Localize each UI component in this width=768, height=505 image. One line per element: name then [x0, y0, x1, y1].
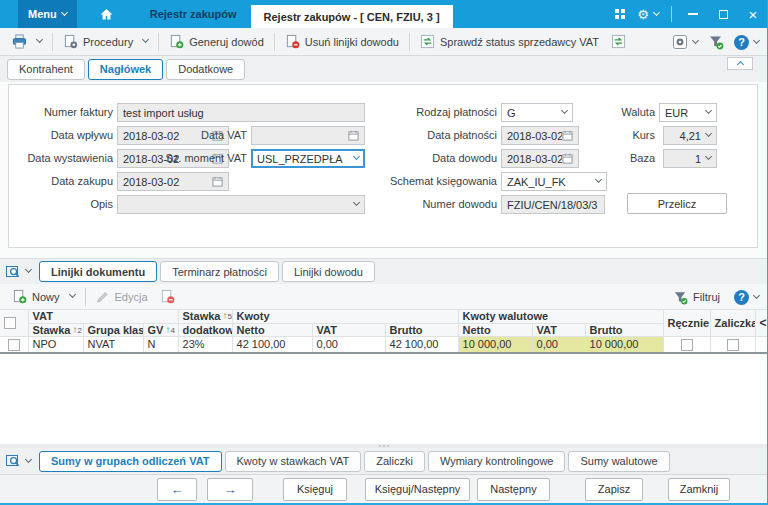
tab-kwoty-w-stawkach[interactable]: Kwoty w stawkach VAT — [225, 451, 362, 472]
ribbon-collapse-button[interactable] — [727, 57, 753, 70]
chevron-down-icon — [25, 266, 32, 273]
next-record-button[interactable]: → — [207, 478, 253, 501]
ksieguj-button[interactable]: Księguj — [283, 478, 347, 501]
tab-terminarz-platnosci[interactable]: Terminarz płatności — [160, 261, 279, 282]
zaliczka-checkbox[interactable] — [727, 339, 739, 351]
separator — [158, 33, 159, 51]
data-vat-label: Data VAT — [137, 126, 247, 145]
zapisz-button[interactable]: Zapisz — [585, 478, 643, 501]
col-stawka-dodatkowa-line2[interactable]: dodatkowa — [178, 323, 232, 336]
help-menu-button[interactable]: ? — [734, 35, 759, 50]
col-zaliczka[interactable]: Zaliczka — [710, 310, 755, 336]
przelicz-button[interactable]: Przelicz — [627, 193, 727, 214]
settings-menu-button[interactable]: ⚙ — [637, 8, 659, 21]
numer-faktury-input[interactable]: test import usług — [117, 103, 365, 122]
sprawdz-status-icon-button[interactable] — [605, 31, 632, 52]
cell-waluta-brutto: 10 000,00 — [585, 336, 663, 353]
col-grupa-klas[interactable]: Grupa klas↑3 — [83, 323, 143, 336]
window-controls: ⚙ × — [615, 0, 762, 28]
previous-record-button[interactable]: ← — [157, 478, 197, 501]
tab-sumy-walutowe[interactable]: Sumy walutowe — [568, 451, 669, 472]
cell-stawka-dodatkowa: 23% — [178, 336, 232, 353]
cell-stawka: NPO — [28, 336, 83, 353]
close-button[interactable]: × — [744, 5, 762, 23]
col-netto[interactable]: Netto — [232, 323, 312, 336]
grid-toolbar-right: Filtruj ? — [667, 284, 759, 310]
usun-linijke-button[interactable] — [154, 286, 181, 307]
chevron-down-icon — [705, 107, 712, 114]
row-checkbox[interactable] — [8, 339, 20, 351]
tab-naglowek[interactable]: Nagłówek — [88, 59, 163, 80]
maximize-button[interactable] — [714, 5, 732, 23]
toolbar-right-group: ? — [672, 28, 759, 56]
print-button[interactable] — [6, 31, 48, 52]
tab-dodatkowe[interactable]: Dodatkowe — [166, 59, 245, 80]
generuj-dowod-button[interactable]: Generuj dowód — [163, 31, 270, 52]
numer-dowodu-input[interactable]: FZIU/CEN/18/03/3 — [501, 195, 605, 214]
sprawdz-status-button[interactable]: Sprawdź status sprzedawcy VAT — [414, 31, 605, 52]
data-zakupu-input[interactable]: 2018-03-02 — [117, 172, 229, 191]
document-minus-icon — [160, 289, 175, 304]
tab-linijki-dokumentu[interactable]: Linijki dokumentu — [39, 261, 157, 282]
nastepny-button[interactable]: Następny — [477, 478, 550, 501]
ksieguj-nastepny-button[interactable]: Księguj/Następny — [365, 478, 470, 501]
sort-indicator[interactable]: ↑5 — [222, 311, 231, 321]
view-selector-button[interactable] — [5, 453, 31, 469]
view-selector-button[interactable] — [5, 264, 31, 280]
help-icon: ? — [734, 290, 749, 305]
tab-kontrahent[interactable]: Kontrahent — [7, 59, 85, 80]
tab-linijki-dowodu[interactable]: Linijki dowodu — [282, 261, 375, 282]
procedury-button[interactable]: Procedury — [57, 31, 154, 52]
table-row[interactable]: NPO NVAT N 23% 42 100,00 0,00 42 100,00 … — [0, 336, 768, 353]
minimize-button[interactable] — [684, 5, 702, 23]
menu-button[interactable]: Menu — [18, 0, 77, 28]
numer-faktury-label: Numer faktury — [9, 103, 113, 122]
opis-combobox[interactable] — [117, 195, 365, 214]
rodzaj-platnosci-combobox[interactable]: G — [501, 103, 573, 122]
filtruj-button[interactable]: Filtruj — [667, 287, 726, 308]
tab-sumy-w-grupach[interactable]: Sumy w grupach odliczeń VAT — [39, 451, 222, 472]
select-all-checkbox[interactable] — [4, 317, 16, 329]
col-recznie[interactable]: Ręcznie — [663, 310, 710, 336]
col-vat[interactable]: VAT — [312, 323, 385, 336]
chevron-down-icon — [705, 130, 712, 137]
usun-linijki-button[interactable]: Usuń linijki dowodu — [279, 31, 405, 52]
nowy-button[interactable]: Nowy — [6, 286, 81, 307]
sort-indicator[interactable]: ↑4 — [165, 325, 174, 335]
box-gear-icon — [672, 34, 688, 50]
cell-grupa-klas: NVAT — [83, 336, 143, 353]
kurs-combobox[interactable]: 4,21 — [663, 126, 717, 145]
separator — [671, 6, 672, 22]
col-stawka[interactable]: Stawka↑2 — [28, 323, 83, 336]
sort-indicator[interactable]: ↑2 — [72, 325, 81, 335]
recznie-checkbox[interactable] — [681, 339, 693, 351]
collapse-panel-chevron[interactable]: < — [755, 310, 767, 336]
filtruj-label: Filtruj — [693, 291, 720, 303]
col-waluta-vat[interactable]: VAT — [532, 323, 585, 336]
col-stawka-dodatkowa-line1[interactable]: Stawka↑5 — [178, 310, 232, 323]
tab-zaliczki[interactable]: Zaliczki — [364, 451, 425, 472]
tab-wymiary-kontrolingowe[interactable]: Wymiary kontrolingowe — [428, 451, 566, 472]
schemat-ksiegowania-combobox[interactable]: ZAK_IU_FK — [501, 172, 607, 191]
chevron-down-icon — [692, 36, 699, 43]
cell-waluta-netto: 10 000,00 — [458, 336, 532, 353]
waluta-combobox[interactable]: EUR — [659, 103, 717, 122]
col-waluta-netto[interactable]: Netto — [458, 323, 532, 336]
col-waluta-brutto[interactable]: Brutto — [585, 323, 663, 336]
baza-combobox[interactable]: 1 — [663, 149, 717, 168]
col-gv[interactable]: GV↑4 — [143, 323, 178, 336]
titlebar-tab-rejestr-zakupow[interactable]: Rejestr zakupów — [142, 0, 245, 28]
home-button[interactable] — [99, 7, 114, 22]
col-brutto[interactable]: Brutto — [385, 323, 458, 336]
grid-help-button[interactable]: ? — [734, 290, 759, 305]
edycja-button[interactable]: Edycja — [90, 287, 154, 307]
cell-brutto: 42 100,00 — [385, 336, 458, 353]
grid-settings-button[interactable] — [672, 34, 698, 50]
cell-recznie-cell — [663, 336, 710, 353]
filter-status-button[interactable] — [708, 34, 724, 50]
zamknij-button[interactable]: Zamknij — [668, 478, 730, 501]
titlebar-tab-active[interactable]: Rejestr zakupów - [ CEN, FZIU, 3 ] — [251, 5, 453, 28]
apps-grid-icon[interactable] — [615, 9, 625, 19]
cell-netto: 42 100,00 — [232, 336, 312, 353]
minimize-icon — [688, 13, 698, 15]
